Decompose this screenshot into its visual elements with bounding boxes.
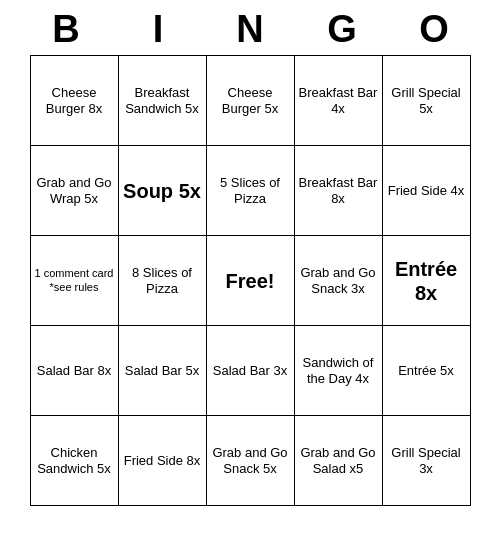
cell-r4-c3: Grab and Go Salad x5 <box>295 416 383 506</box>
bingo-letter-g: G <box>299 8 385 51</box>
cell-r0-c0: Cheese Burger 8x <box>31 56 119 146</box>
cell-r4-c2: Grab and Go Snack 5x <box>207 416 295 506</box>
cell-r3-c0: Salad Bar 8x <box>31 326 119 416</box>
cell-r1-c4: Fried Side 4x <box>383 146 471 236</box>
bingo-grid: Cheese Burger 8xBreakfast Sandwich 5xChe… <box>30 55 471 506</box>
bingo-letter-i: I <box>115 8 201 51</box>
cell-r3-c4: Entrée 5x <box>383 326 471 416</box>
cell-r0-c4: Grill Special 5x <box>383 56 471 146</box>
cell-r2-c4: Entrée 8x <box>383 236 471 326</box>
cell-r4-c4: Grill Special 3x <box>383 416 471 506</box>
cell-r3-c1: Salad Bar 5x <box>119 326 207 416</box>
cell-r1-c1: Soup 5x <box>119 146 207 236</box>
cell-r0-c2: Cheese Burger 5x <box>207 56 295 146</box>
cell-r3-c2: Salad Bar 3x <box>207 326 295 416</box>
cell-r1-c0: Grab and Go Wrap 5x <box>31 146 119 236</box>
cell-r0-c1: Breakfast Sandwich 5x <box>119 56 207 146</box>
cell-r1-c3: Breakfast Bar 8x <box>295 146 383 236</box>
bingo-letter-n: N <box>207 8 293 51</box>
cell-r3-c3: Sandwich of the Day 4x <box>295 326 383 416</box>
bingo-letter-o: O <box>391 8 477 51</box>
bingo-letter-b: B <box>23 8 109 51</box>
cell-r0-c3: Breakfast Bar 4x <box>295 56 383 146</box>
cell-r2-c2: Free! <box>207 236 295 326</box>
cell-r2-c1: 8 Slices of Pizza <box>119 236 207 326</box>
cell-r4-c0: Chicken Sandwich 5x <box>31 416 119 506</box>
cell-r2-c0: 1 comment card *see rules <box>31 236 119 326</box>
cell-r2-c3: Grab and Go Snack 3x <box>295 236 383 326</box>
bingo-header: BINGO <box>20 0 480 55</box>
cell-r1-c2: 5 Slices of Pizza <box>207 146 295 236</box>
cell-r4-c1: Fried Side 8x <box>119 416 207 506</box>
